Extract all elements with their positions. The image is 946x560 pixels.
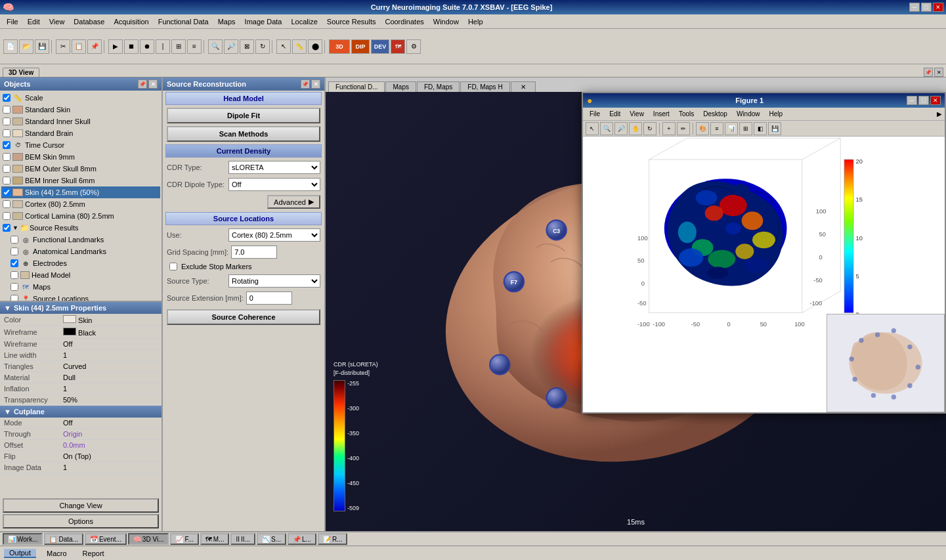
std-brain-checkbox[interactable] [3,129,11,137]
fig-menu-more[interactable]: ▶ [937,110,942,118]
scale-checkbox[interactable] [3,94,11,102]
output-tab-output[interactable]: Output [4,549,36,558]
minimize-btn[interactable]: ─ [909,3,920,12]
cutplane-header[interactable]: ▼ Cutplane [0,406,161,418]
tab-functional-d[interactable]: Functional D... [328,81,385,92]
toolbar-dev[interactable]: DEV [371,39,389,54]
fig-tb-legend[interactable]: ≡ [710,122,723,135]
menu-localize[interactable]: Localize [287,16,321,27]
menu-image-data[interactable]: Image Data [241,16,286,27]
subtab-pin[interactable]: 📌 [924,68,933,77]
task-3dvi[interactable]: 🧠 3D Vi... [128,533,169,545]
fig-tb-insert-legend[interactable]: 📊 [725,122,738,135]
scan-methods-btn[interactable]: Scan Methods [167,126,320,142]
toolbar-fit[interactable]: ⊠ [240,39,254,54]
menu-functional-data[interactable]: Functional Data [154,16,213,27]
task-event[interactable]: 📅 Event... [85,533,127,545]
toolbar-3d[interactable]: 3D [329,39,350,54]
object-anatomical-landmarks[interactable]: ◎ Anatomical Landmarks [1,246,160,257]
menu-file[interactable]: File [3,16,22,27]
tab-fd-maps-h[interactable]: FD, Maps H [460,81,509,92]
fig-menu-window[interactable]: Window [733,110,764,118]
toolbar-paste[interactable]: 📌 [87,39,102,54]
maps-checkbox[interactable] [11,283,18,291]
fig-menu-view[interactable]: View [626,110,648,118]
toolbar-measure[interactable]: 📏 [292,39,307,54]
fig-menu-file[interactable]: File [586,110,604,118]
std-inner-skull-checkbox[interactable] [3,118,11,125]
task-ii[interactable]: II II... [230,533,255,545]
fig-tb-colormap[interactable]: 🎨 [696,122,709,135]
fig-tb-pan[interactable]: ✋ [629,122,642,135]
main-view[interactable]: Functional D... Maps FD, Maps FD, Maps H… [326,77,946,531]
maximize-btn[interactable]: □ [921,3,932,12]
object-bem-outer-skull[interactable]: BEM Outer Skull 8mm [1,163,160,175]
toolbar-channels[interactable]: ≡ [187,39,202,54]
source-recon-pin[interactable]: 📌 [301,79,310,89]
bem-outer-skull-checkbox[interactable] [3,165,11,173]
toolbar-save[interactable]: 💾 [35,39,49,54]
fig-menu-edit[interactable]: Edit [605,110,624,118]
object-cortex[interactable]: Cortex (80) 2.5mm [1,198,160,210]
skin44-checkbox[interactable] [3,188,11,196]
object-bem-inner-skull[interactable]: BEM Inner Skull 6mm [1,175,160,186]
task-data[interactable]: 📋 Data... [44,533,83,545]
fig-tb-save-fig[interactable]: 💾 [768,122,781,135]
menu-maps[interactable]: Maps [214,16,240,27]
toolbar-electrode[interactable]: ⬤ [308,39,322,54]
toolbar-grid[interactable]: ⊞ [171,39,186,54]
object-cortical-lamina[interactable]: Cortical Lamina (80) 2.5mm [1,210,160,222]
figure-maximize[interactable]: □ [918,96,929,105]
dipole-fit-btn[interactable]: Dipole Fit [167,108,320,123]
prop-color-value[interactable]: Skin [59,314,161,326]
object-bem-skin[interactable]: BEM Skin 9mm [1,151,160,163]
toolbar-cursor[interactable]: ↖ [276,39,291,54]
fig-menu-tools[interactable]: Tools [675,110,698,118]
object-electrodes[interactable]: ⊕ Electrodes [1,257,160,269]
object-scale[interactable]: 📏 Scale [1,92,160,104]
toolbar-cut[interactable]: ✂ [56,39,70,54]
output-tab-report[interactable]: Report [77,549,110,557]
advanced-btn[interactable]: Advanced ▶ [267,195,320,209]
menu-source-results[interactable]: Source Results [323,16,380,27]
toolbar-new[interactable]: 📄 [3,39,18,54]
object-head-model[interactable]: Head Model [1,269,160,281]
tab-maps[interactable]: Maps [385,81,416,92]
change-view-btn[interactable]: Change View [3,498,159,513]
fig-menu-insert[interactable]: Insert [649,110,674,118]
object-functional-landmarks[interactable]: ◎ Functional Landmarks [1,234,160,246]
source-coherence-btn[interactable]: Source Coherence [167,309,320,325]
source-extension-input[interactable] [246,291,292,305]
task-f[interactable]: 📈 F... [170,533,198,545]
toolbar-extra[interactable]: ⚙ [406,39,421,54]
toolbar-marker[interactable]: | [156,39,170,54]
fig-tb-grid[interactable]: ⊞ [739,122,752,135]
toolbar-zoom-in[interactable]: 🔍 [208,39,223,54]
fig-menu-help[interactable]: Help [765,110,787,118]
fig-tb-datacursor[interactable]: + [662,122,676,135]
task-s[interactable]: 📉 S... [257,533,286,545]
electrodes-checkbox[interactable] [11,259,18,267]
fig-tb-zoom-in[interactable]: 🔍 [600,122,613,135]
figure-minimize[interactable]: ─ [907,96,917,105]
func-landmarks-checkbox[interactable] [11,236,18,244]
object-maps[interactable]: 🗺 Maps [1,281,160,293]
output-tab-macro[interactable]: Macro [41,549,72,557]
object-source-results-folder[interactable]: ▼ 📁 Source Results [1,222,160,234]
fig-tb-arrow[interactable]: ↖ [586,122,599,135]
toolbar-zoom-out[interactable]: 🔎 [224,39,238,54]
object-time-cursor[interactable]: ⏱ Time Cursor [1,139,160,151]
subtab-close[interactable]: ✕ [934,68,943,77]
grid-spacing-input[interactable] [231,246,277,259]
toolbar-copy[interactable]: 📋 [72,39,86,54]
object-source-locations[interactable]: 📍 Source Locations [1,293,160,301]
fig-menu-desktop[interactable]: Desktop [699,110,731,118]
object-skin-44[interactable]: Skin (44) 2.5mm (50%) [1,186,160,198]
toolbar-record[interactable]: ⏺ [140,39,154,54]
object-standard-brain[interactable]: Standard Brain [1,127,160,139]
task-work[interactable]: 📊 Work... [3,533,43,545]
task-l[interactable]: 📌 L... [288,533,316,545]
exclude-stop-checkbox[interactable] [169,263,177,270]
figure-close[interactable]: ✕ [930,96,941,105]
menu-acquisition[interactable]: Acquisition [110,16,152,27]
